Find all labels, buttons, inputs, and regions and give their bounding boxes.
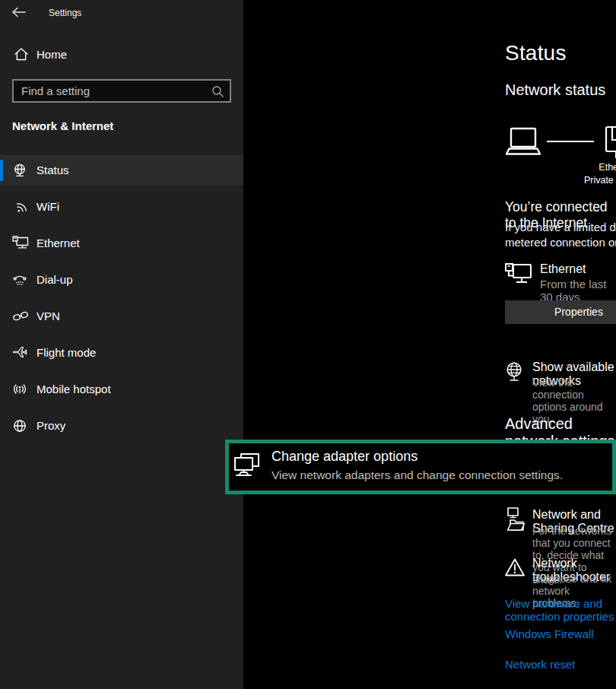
proxy-globe-icon: [12, 418, 29, 433]
diagram-connection-name: Ethernet: [548, 162, 616, 173]
sidebar-item-wifi[interactable]: WiFi: [0, 192, 243, 222]
search-input[interactable]: [14, 81, 230, 101]
properties-button[interactable]: Properties: [505, 300, 616, 324]
app-title: Settings: [49, 8, 81, 18]
back-arrow-icon: [11, 6, 27, 18]
sidebar-item-home[interactable]: Home: [0, 44, 243, 67]
change-adapter-options-subtitle: View network adapters and change connect…: [271, 468, 563, 482]
connection-line: [547, 141, 594, 142]
sidebar-item-dialup[interactable]: Dial-up: [0, 265, 243, 295]
page-title: Status: [505, 41, 567, 65]
sidebar-item-mobile-hotspot[interactable]: Mobile hotspot: [0, 374, 243, 405]
search-box: [12, 79, 231, 103]
back-button[interactable]: [11, 6, 27, 18]
sidebar-item-ethernet[interactable]: Ethernet: [0, 228, 243, 259]
sidebar-item-proxy[interactable]: Proxy: [0, 411, 243, 441]
sidebar-section-title: Network & Internet: [12, 119, 113, 132]
warning-triangle-icon: [504, 557, 526, 577]
available-networks-globe-icon: [505, 361, 523, 383]
hotspot-icon: [12, 382, 29, 397]
vpn-icon: [12, 309, 29, 324]
ethernet-adapter-icon: [505, 263, 532, 287]
sidebar-item-vpn[interactable]: VPN: [0, 301, 243, 332]
link-windows-firewall[interactable]: Windows Firewall: [505, 627, 594, 640]
home-icon: [14, 47, 29, 62]
network-status-heading: Network status: [505, 81, 605, 99]
change-adapter-options-row[interactable]: Change adapter options View network adap…: [225, 440, 616, 494]
ethernet-icon: [12, 236, 29, 251]
main-content: Status Network status: [243, 0, 616, 689]
dialup-phone-icon: [12, 272, 29, 287]
sidebar-item-flight-mode[interactable]: Flight mode: [0, 338, 243, 368]
search-icon: [211, 85, 224, 98]
usage-period: From the last 30 days: [540, 278, 616, 303]
sidebar: Settings Home Network & Internet: [0, 0, 243, 689]
sharing-centre-icon: [503, 506, 526, 534]
laptop-icon: [504, 126, 542, 157]
airplane-icon: [12, 345, 29, 360]
selected-indicator: [0, 160, 3, 181]
sidebar-item-status[interactable]: Status: [0, 155, 243, 186]
metered-connection-description: If you have a limited data plan, you can…: [505, 220, 616, 250]
link-view-hardware-properties[interactable]: View hardware and connection properties: [505, 597, 616, 623]
ethernet-plug-icon: [604, 125, 616, 160]
change-adapter-options-title: Change adapter options: [271, 449, 418, 465]
diagram-network-type: Private network: [548, 175, 616, 186]
usage-adapter-name: Ethernet: [540, 262, 586, 276]
status-globe-icon: [12, 163, 29, 178]
home-label: Home: [37, 48, 67, 61]
adapter-options-icon: [233, 452, 261, 480]
link-network-reset[interactable]: Network reset: [505, 658, 576, 671]
wifi-icon: [12, 199, 29, 214]
